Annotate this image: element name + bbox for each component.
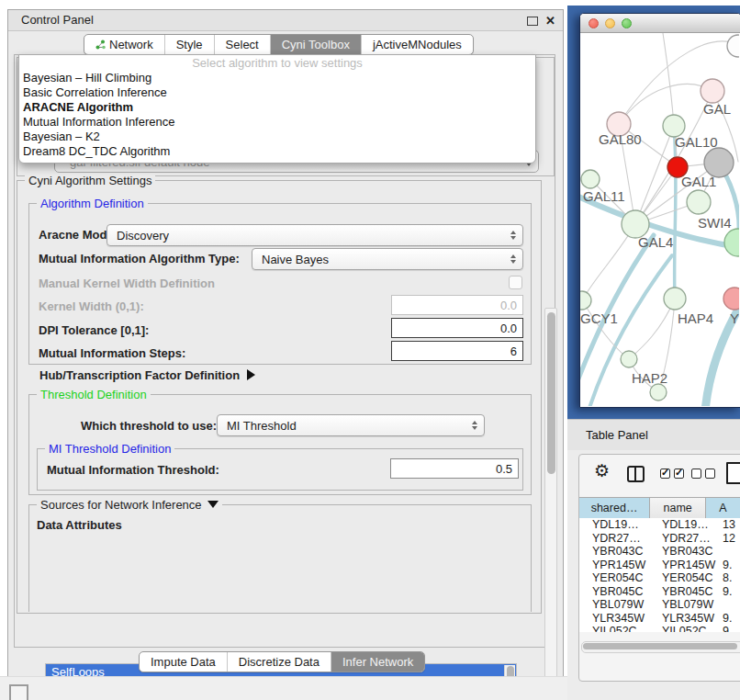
network-node-hap2[interactable]: [621, 351, 637, 367]
table-cell: 8.: [723, 571, 732, 585]
kernel-width-field[interactable]: 0.0: [391, 295, 523, 315]
node-label: GCY1: [580, 310, 618, 326]
table-row[interactable]: YDR27…YDR27…12: [579, 532, 740, 546]
table-row[interactable]: YLR345WYLR345W9.: [579, 612, 740, 626]
column-header-name[interactable]: name: [650, 498, 706, 519]
dpi-tolerance-label: DPI Tolerance [0,1]:: [39, 323, 149, 337]
aracne-mode-value: Discovery: [117, 229, 169, 243]
mi-steps-label: Mutual Information Steps:: [39, 346, 185, 360]
expander-collapsed-icon: [247, 369, 255, 380]
algorithm-option[interactable]: Dream8 DC_TDC Algorithm: [19, 144, 535, 159]
column-header-shared-name[interactable]: shared…: [579, 498, 650, 519]
table-row[interactable]: YER054CYER054C8.: [579, 571, 740, 585]
network-graph: GALGAL80GAL10GAL1GAL11GAL4SWI4GCY1HAP4YH…: [580, 33, 739, 406]
table-cell: YPR145W: [662, 559, 715, 572]
settings-vertical-scrollbar[interactable]: [544, 308, 557, 700]
close-icon[interactable]: ✕: [545, 11, 555, 31]
float-window-icon[interactable]: [527, 17, 538, 26]
which-threshold-combobox[interactable]: MI Threshold: [217, 414, 485, 436]
gear-icon[interactable]: ⚙: [594, 460, 610, 481]
network-node-gal[interactable]: [701, 79, 724, 103]
node-label: HAP2: [632, 370, 667, 386]
node-label: SWI4: [698, 215, 732, 231]
panel-title: Control Panel: [21, 10, 94, 30]
hub-factor-label: Hub/Transcription Factor Definition: [39, 368, 240, 382]
table-cell: YDR27…: [662, 532, 711, 546]
table-cell: YBR045C: [592, 585, 644, 599]
column-header-partial[interactable]: A: [706, 498, 740, 519]
algorithm-option[interactable]: Bayesian – Hill Climbing: [19, 71, 535, 85]
node-table-container: ⚙ shared… name A YDL19…YDL19…13YDR27…YDR…: [578, 454, 740, 682]
algorithm-option-list: Bayesian – Hill ClimbingBasic Correlatio…: [19, 71, 535, 159]
collapsed-panel-grip[interactable]: [9, 684, 28, 700]
network-node-gcy1[interactable]: [580, 291, 591, 310]
node-label: GAL1: [681, 174, 716, 189]
mi-threshold-group: MI Threshold Definition Mutual Informati…: [37, 448, 523, 491]
tab-select[interactable]: Select: [214, 35, 270, 54]
table-row[interactable]: YBL079WYBL079W: [579, 598, 740, 612]
network-view-window[interactable]: GALGAL80GAL10GAL1GAL11GAL4SWI4GCY1HAP4YH…: [579, 13, 740, 408]
table-horizontal-scrollbar[interactable]: [581, 641, 740, 653]
select-all-checks-icon[interactable]: [660, 469, 684, 479]
table-row[interactable]: YBR045CYBR045C9.: [579, 585, 740, 599]
hub-factor-expander[interactable]: Hub/Transcription Factor Definition: [39, 368, 255, 382]
table-cell: YDL19…: [592, 518, 639, 532]
table-cell: 12: [723, 532, 735, 546]
algorithm-option[interactable]: ARACNE Algorithm: [19, 100, 535, 115]
bottom-strip: [0, 676, 567, 700]
mi-threshold-group-title: MI Threshold Definition: [45, 442, 174, 456]
node-label: Y: [730, 310, 739, 326]
algorithm-option[interactable]: Bayesian – K2: [19, 130, 535, 144]
tab-cyni-toolbox[interactable]: Cyni Toolbox: [270, 35, 361, 54]
threshold-definition-title: Threshold Definition: [37, 388, 151, 401]
tab-discretize-data[interactable]: Discretize Data: [227, 652, 331, 672]
algorithm-option[interactable]: Basic Correlation Inference: [19, 85, 535, 100]
threshold-definition-group: Threshold Definition Which threshold to …: [28, 394, 532, 495]
network-node-gal1[interactable]: [687, 190, 711, 214]
which-threshold-value: MI Threshold: [227, 419, 297, 433]
minimize-traffic-light-icon[interactable]: [605, 18, 615, 28]
manual-kernel-checkbox[interactable]: [509, 276, 522, 289]
network-edge[interactable]: [663, 33, 674, 126]
network-node-hap4[interactable]: [664, 288, 686, 310]
close-traffic-light-icon[interactable]: [589, 18, 599, 28]
network-node-gal11[interactable]: [581, 170, 600, 188]
table-row[interactable]: YDL19…YDL19…13: [579, 518, 740, 532]
mi-steps-field[interactable]: 6: [391, 341, 523, 361]
aracne-mode-combobox[interactable]: Discovery: [107, 224, 523, 246]
table-cell: YBL079W: [592, 598, 644, 612]
cytoscape-desktop: GALGAL80GAL10GAL1GAL11GAL4SWI4GCY1HAP4YH…: [567, 6, 740, 419]
algorithm-definition-group: Algorithm Definition Aracne Mode: Discov…: [28, 203, 532, 365]
network-canvas[interactable]: GALGAL80GAL10GAL1GAL11GAL4SWI4GCY1HAP4YH…: [580, 33, 739, 406]
table-cell: 9.: [723, 559, 732, 572]
tab-style[interactable]: Style: [164, 35, 214, 54]
network-node[interactable]: [727, 35, 739, 57]
table-row[interactable]: YBR043CYBR043C: [579, 545, 740, 559]
sources-group-title[interactable]: Sources for Network Inference: [37, 498, 222, 512]
dpi-tolerance-field[interactable]: 0.0: [391, 318, 523, 338]
zoom-traffic-light-icon[interactable]: [622, 18, 632, 28]
table-cell: YDL19…: [662, 518, 709, 532]
export-table-icon[interactable]: [726, 462, 740, 484]
network-node-y[interactable]: [723, 288, 739, 310]
mi-algorithm-type-combobox[interactable]: Naive Bayes: [252, 248, 523, 270]
column-layout-icon[interactable]: [627, 466, 645, 482]
algorithm-option[interactable]: Mutual Information Inference: [19, 115, 535, 130]
combo-spinner-icon: [510, 231, 516, 240]
deselect-all-checks-icon[interactable]: [691, 469, 715, 479]
mi-type-value: Naive Bayes: [262, 253, 329, 266]
table-row[interactable]: YPR145WYPR145W9.: [579, 559, 740, 572]
network-edge[interactable]: [674, 126, 676, 299]
table-row[interactable]: YIL052CYIL052C9: [579, 625, 740, 632]
network-node-swi4[interactable]: [724, 229, 739, 256]
tab-infer-network[interactable]: Infer Network: [331, 652, 424, 672]
tab-impute-data[interactable]: Impute Data: [140, 652, 227, 672]
network-window-titlebar[interactable]: [580, 14, 740, 33]
tab-network-label: Network: [109, 38, 153, 51]
tab-jactivemnodules[interactable]: jActiveMNodules: [361, 35, 473, 54]
tab-network[interactable]: Network: [84, 35, 164, 54]
combo-spinner-icon: [510, 254, 516, 264]
table-cell: YBR043C: [592, 545, 644, 559]
mi-threshold-field[interactable]: 0.5: [390, 458, 519, 479]
network-node[interactable]: [650, 384, 667, 401]
